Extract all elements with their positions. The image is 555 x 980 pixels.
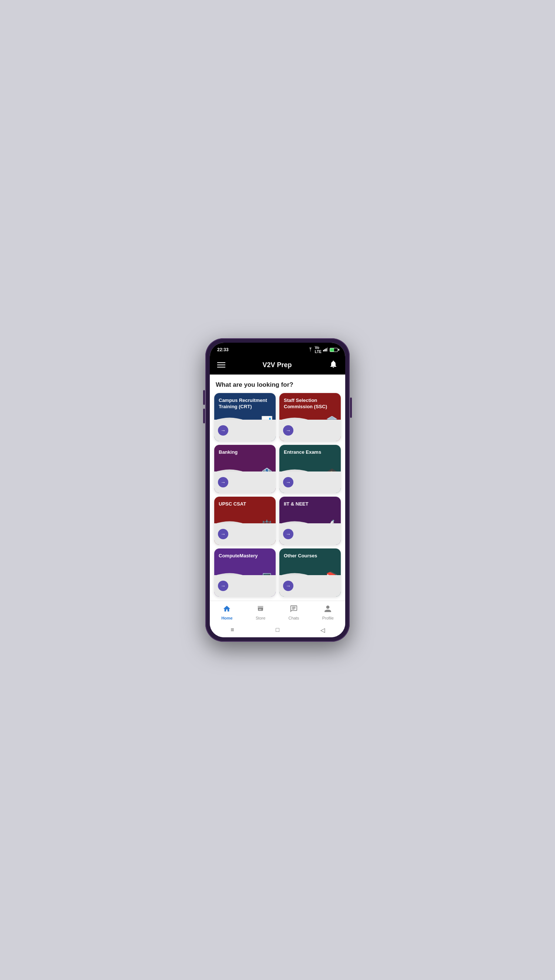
nav-item-home[interactable]: Home [221, 605, 233, 620]
bell-button[interactable] [329, 360, 338, 370]
android-home-btn[interactable]: □ [274, 626, 281, 634]
android-nav: ≡ □ ◁ [210, 623, 345, 637]
nav-label-profile: Profile [322, 616, 334, 620]
app-title: V2V Prep [262, 361, 292, 369]
home-icon [223, 605, 231, 615]
profile-icon [324, 605, 332, 615]
status-icons: VoLTE [308, 346, 338, 354]
android-menu-btn[interactable]: ≡ [229, 626, 236, 634]
arrow-btn-crt[interactable]: → [218, 425, 228, 436]
arrow-btn-upsc[interactable]: → [218, 529, 228, 539]
course-card-compute[interactable]: ComputeMastery 💻 → [214, 549, 276, 597]
course-card-crt[interactable]: Campus Recruitment Training (CRT) 📊 → [214, 393, 276, 441]
battery-icon [330, 348, 338, 352]
card-label-upsc: UPSC CSAT [219, 501, 246, 507]
nav-label-store: Store [256, 616, 265, 620]
course-card-banking[interactable]: Banking 🏦 → [214, 445, 276, 493]
course-card-iit[interactable]: IIT & NEET 🔬 → [279, 497, 341, 545]
bars-icon [323, 347, 328, 353]
svg-rect-0 [323, 350, 324, 351]
svg-rect-3 [327, 348, 328, 351]
arrow-btn-iit[interactable]: → [283, 529, 294, 539]
wifi-icon [308, 347, 313, 353]
card-label-entrance: Entrance Exams [284, 449, 321, 456]
course-card-upsc[interactable]: UPSC CSAT ⚖️ → [214, 497, 276, 545]
app-header: V2V Prep [210, 355, 345, 375]
arrow-btn-entrance[interactable]: → [283, 477, 294, 488]
card-label-other: Other Courses [284, 553, 317, 559]
course-card-ssc[interactable]: Staff Selection Commission (SSC) 🏛️ → [279, 393, 341, 441]
phone-screen: 22:33 VoLTE [210, 343, 345, 637]
card-label-banking: Banking [219, 449, 237, 456]
arrow-btn-banking[interactable]: → [218, 477, 228, 488]
status-time: 22:33 [217, 347, 229, 352]
power-button [350, 398, 352, 418]
vol-down-button [203, 409, 205, 423]
nav-item-chats[interactable]: Chats [289, 605, 299, 620]
card-label-compute: ComputeMastery [219, 553, 258, 559]
nav-item-profile[interactable]: Profile [322, 605, 334, 620]
bottom-nav: Home Store Chats [210, 601, 345, 623]
section-title: What are you looking for? [210, 375, 345, 393]
card-label-iit: IIT & NEET [284, 501, 308, 507]
course-card-other[interactable]: Other Courses 📚 → [279, 549, 341, 597]
nav-label-chats: Chats [289, 616, 299, 620]
arrow-btn-other[interactable]: → [283, 581, 294, 591]
card-label-ssc: Staff Selection Commission (SSC) [284, 398, 336, 410]
store-icon [257, 605, 265, 615]
svg-rect-1 [324, 349, 326, 351]
android-back-btn[interactable]: ◁ [319, 626, 326, 634]
signal-text: VoLTE [315, 346, 322, 354]
courses-grid: Campus Recruitment Training (CRT) 📊 → St… [210, 393, 345, 601]
status-bar: 22:33 VoLTE [210, 343, 345, 355]
nav-label-home: Home [221, 616, 233, 620]
course-card-entrance[interactable]: Entrance Exams 🎓 → [279, 445, 341, 493]
nav-item-store[interactable]: Store [256, 605, 265, 620]
phone-frame: 22:33 VoLTE [205, 338, 350, 642]
hamburger-menu[interactable] [217, 362, 225, 367]
card-label-crt: Campus Recruitment Training (CRT) [219, 398, 271, 410]
arrow-btn-compute[interactable]: → [218, 581, 228, 591]
main-content: What are you looking for? Campus Recruit… [210, 375, 345, 601]
vol-up-button [203, 390, 205, 405]
arrow-btn-ssc[interactable]: → [283, 425, 294, 436]
svg-rect-2 [326, 348, 327, 351]
chats-icon [290, 605, 298, 615]
